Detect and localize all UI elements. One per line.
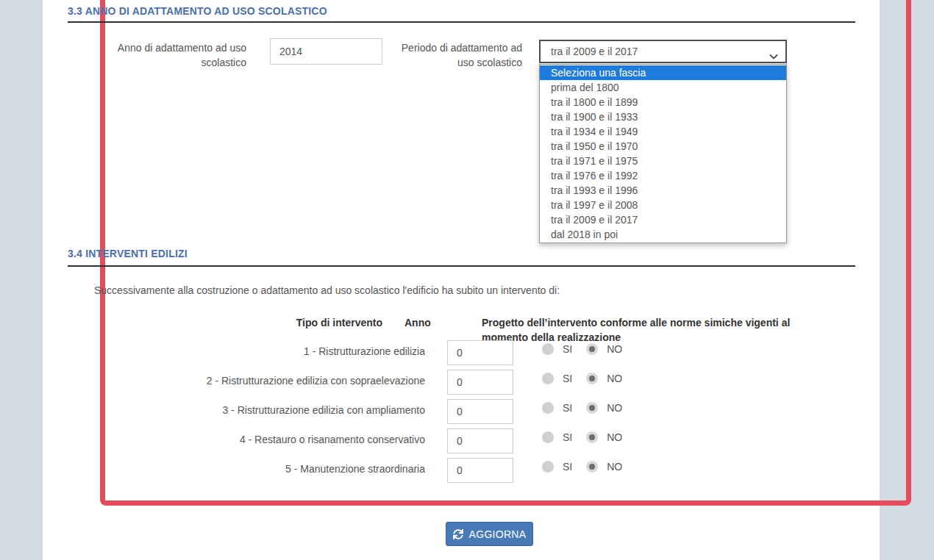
radio-si[interactable] [542,402,554,414]
dropdown-option[interactable]: tra il 2009 e il 2017 [540,212,786,227]
page: 3.3 ANNO DI ADATTAMENTO AD USO SCOLASTIC… [0,0,934,560]
aggiorna-button-label: AGGIORNA [469,528,527,540]
interventi-intro-text: Successivamente alla costruzione o adatt… [94,284,560,296]
radio-si-label: SI [563,431,572,443]
progetto-radio-group: SI NO [542,402,622,414]
section-3-3-divider [68,21,855,23]
intervento-anno-input[interactable] [447,458,513,483]
radio-no[interactable] [586,431,598,443]
radio-si[interactable] [542,343,554,355]
dropdown-option[interactable]: tra il 1997 e il 2008 [540,198,786,212]
radio-si-label: SI [563,373,572,384]
section-3-4-divider [68,265,855,267]
content-column: 3.3 ANNO DI ADATTAMENTO AD USO SCOLASTIC… [43,0,880,560]
progetto-radio-group: SI NO [542,343,622,355]
intervento-anno-input[interactable] [447,370,513,395]
intervento-label: 5 - Manutenzione straordinaria [146,463,425,475]
periodo-dropdown-list: Seleziona una fascia prima del 1800 tra … [539,64,787,243]
progetto-radio-group: SI NO [542,373,622,384]
radio-si[interactable] [542,461,554,473]
radio-no[interactable] [586,373,598,384]
intervento-anno-input[interactable] [447,340,513,365]
progetto-radio-group: SI NO [542,461,622,473]
radio-si-label: SI [563,461,572,473]
intervento-row-4: 4 - Restauro o risanamento conservativo … [146,428,844,458]
anno-adattamento-label: Anno di adattamento ad uso scolastico [92,40,246,70]
dropdown-option[interactable]: Seleziona una fascia [540,65,786,80]
radio-no[interactable] [586,461,598,473]
periodo-select[interactable]: tra il 2009 e il 2017 [539,40,787,63]
intervento-row-1: 1 - Ristrutturazione edilizia SI NO [146,340,844,370]
column-header-anno: Anno [404,315,431,330]
dropdown-option[interactable]: tra il 1800 e il 1899 [540,95,786,110]
periodo-select-value: tra il 2009 e il 2017 [551,46,638,57]
dropdown-option[interactable]: prima del 1800 [540,80,786,95]
column-header-tipo: Tipo di intervento [235,315,382,330]
radio-no[interactable] [586,343,598,355]
dropdown-option[interactable]: tra il 1934 e il 1949 [540,124,786,139]
intervento-label: 3 - Ristrutturazione edilizia con amplia… [146,404,425,416]
aggiorna-button[interactable]: AGGIORNA [446,522,533,546]
intervento-row-2: 2 - Ristrutturazione edilizia con soprae… [146,370,844,399]
dropdown-option[interactable]: dal 2018 in poi [540,227,786,242]
dropdown-option[interactable]: tra il 1971 e il 1975 [540,154,786,168]
intervento-label: 4 - Restauro o risanamento conservativo [146,434,425,445]
radio-no[interactable] [586,402,598,414]
chevron-down-icon [769,49,778,62]
radio-si-label: SI [563,402,572,414]
refresh-icon [453,529,463,539]
radio-no-label: NO [607,343,622,355]
radio-no-label: NO [607,402,622,414]
dropdown-option[interactable]: tra il 1950 e il 1970 [540,139,786,154]
intervento-label: 1 - Ristrutturazione edilizia [146,345,425,357]
dropdown-option[interactable]: tra il 1900 e il 1933 [540,110,786,124]
radio-si[interactable] [542,431,554,443]
periodo-adattamento-label: Periodo di adattamento ad uso scolastico [397,40,522,70]
radio-no-label: NO [607,431,622,443]
intervento-anno-input[interactable] [447,428,513,453]
dropdown-option[interactable]: tra il 1976 e il 1992 [540,168,786,183]
section-3-4-title: 3.4 INTERVENTI EDILIZI [68,248,188,259]
anno-adattamento-input[interactable] [270,38,382,65]
progetto-radio-group: SI NO [542,431,622,443]
section-3-3-title: 3.3 ANNO DI ADATTAMENTO AD USO SCOLASTIC… [68,5,327,17]
intervento-row-5: 5 - Manutenzione straordinaria SI NO [146,458,844,487]
radio-no-label: NO [607,461,622,473]
dropdown-option[interactable]: tra il 1993 e il 1996 [540,183,786,198]
intervento-label: 2 - Ristrutturazione edilizia con soprae… [146,375,425,387]
radio-si-label: SI [563,343,572,355]
radio-si[interactable] [542,373,554,384]
intervento-anno-input[interactable] [447,399,513,424]
radio-no-label: NO [607,373,622,384]
intervento-row-3: 3 - Ristrutturazione edilizia con amplia… [146,399,844,428]
